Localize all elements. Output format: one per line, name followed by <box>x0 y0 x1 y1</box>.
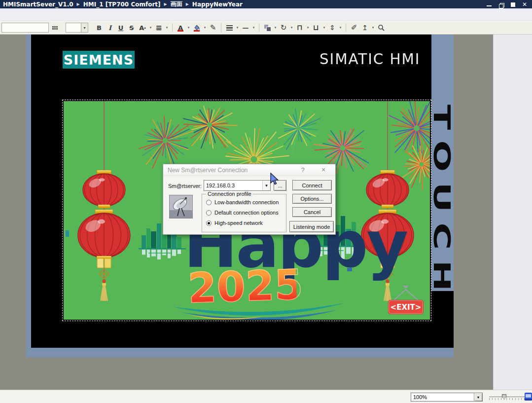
strikethrough-button[interactable]: S <box>127 23 137 33</box>
font-color-swatch <box>177 30 183 32</box>
help-icon[interactable]: ? <box>299 166 307 174</box>
siemens-logo: SIEMENS <box>63 51 135 69</box>
rotate-dropdown[interactable]: ▾ <box>289 23 294 33</box>
editor-workarea: SIEMENS SIMATIC HMI TOUCH <box>0 35 532 390</box>
brush-icon: ✐ <box>351 23 357 32</box>
chevron-down-icon[interactable]: ▼ <box>81 23 88 32</box>
chevron-down-icon[interactable]: ▼ <box>262 181 270 190</box>
layer-order-dropdown[interactable]: ▾ <box>371 23 375 33</box>
border-weight-dropdown[interactable]: ▾ <box>235 23 240 33</box>
underline-button[interactable]: U <box>116 23 126 33</box>
window-controls: ✕ <box>486 1 529 7</box>
rotate-object-button[interactable]: ↻ <box>279 23 288 33</box>
layer-order-button[interactable]: ↥ <box>360 23 370 33</box>
options-button[interactable]: Options... <box>292 194 332 204</box>
restore-icon[interactable] <box>497 1 504 7</box>
distribute-dropdown[interactable]: ▾ <box>322 23 326 33</box>
radio-icon[interactable] <box>206 220 212 226</box>
font-grow-dropdown[interactable]: ▾ <box>148 23 153 33</box>
exit-hanger <box>392 286 420 302</box>
exit-button[interactable]: <EXIT> <box>389 300 423 314</box>
radio-icon[interactable] <box>206 200 212 205</box>
font-family-combo[interactable] <box>1 23 49 33</box>
zoom-area-button[interactable] <box>376 23 386 33</box>
format-painter-button[interactable]: ✐ <box>349 23 359 33</box>
distribute-button[interactable]: ⊔ <box>311 23 321 33</box>
slider-track <box>489 397 525 397</box>
radio-high-speed[interactable]: High-speed network <box>206 220 263 226</box>
pencil-icon: ✎ <box>210 23 216 32</box>
slider-ticks <box>489 398 525 401</box>
radio-low-bandwidth[interactable]: Low-bandwidth connection <box>206 199 279 205</box>
zoom-level-combo[interactable]: 100% ▼ <box>411 393 483 402</box>
touch-label: TOUCH <box>432 105 452 291</box>
zoom-slider[interactable] <box>489 393 525 401</box>
close-icon[interactable]: ✕ <box>521 1 528 7</box>
font-size-combo[interactable]: ▼ <box>66 23 88 33</box>
dialog-titlebar[interactable]: New Sm@rtserver Connection <box>163 164 335 176</box>
dash-icon: — <box>243 24 249 32</box>
alignment-button[interactable]: ≡ <box>154 23 164 33</box>
format-toolbar: ▼ B I U S A▴ ▾ ≡ ▾ A ▾ ▾ ✎ ▾ — ▾ ▾ ↻ ▾ ⊓… <box>0 21 532 35</box>
arrange-dropdown[interactable]: ▾ <box>273 23 278 33</box>
listening-mode-button[interactable]: Listening mode <box>289 221 334 232</box>
match-size-dropdown[interactable]: ▾ <box>338 23 343 33</box>
group-title: Connection profile <box>206 191 253 197</box>
fit-to-screen-icon[interactable] <box>525 393 532 401</box>
font-color-button[interactable]: A <box>176 23 185 33</box>
pen-style-button[interactable]: ✎ <box>208 23 218 33</box>
resize-icon: ⇕ <box>329 24 335 32</box>
distribute-icon: ⊔ <box>313 23 319 32</box>
fill-color-dropdown[interactable]: ▾ <box>203 23 207 33</box>
arrange-objects-button[interactable] <box>262 23 272 33</box>
connect-button[interactable]: Connect <box>292 180 332 190</box>
symbol-list-button[interactable] <box>50 23 60 33</box>
magnifier-icon <box>378 24 385 31</box>
minimize-icon[interactable] <box>486 1 493 7</box>
match-size-button[interactable]: ⇕ <box>327 23 337 33</box>
simatic-hmi-label: SIMATIC HMI <box>319 50 427 68</box>
line-style-dropdown[interactable]: ▾ <box>251 23 256 33</box>
font-size-grow-button[interactable]: A▴ <box>138 23 147 33</box>
connection-profile-group: Connection profile Low-bandwidth connect… <box>202 194 286 232</box>
server-address-combo[interactable]: 192.168.0.3 ▼ <box>204 180 271 191</box>
window-titlebar: HMISmartSever_V1.0 ▶ HMI_1 [TP700 Comfor… <box>0 0 532 8</box>
radio-default-options[interactable]: Default connection options <box>206 210 279 216</box>
mouse-cursor <box>270 173 281 185</box>
align-top-dropdown[interactable]: ▾ <box>306 23 310 33</box>
line-style-button[interactable]: — <box>241 23 250 33</box>
border-weight-button[interactable] <box>224 23 234 33</box>
lantern-column <box>78 101 130 301</box>
touch-side-strip: TOUCH <box>431 35 454 291</box>
alignment-dropdown[interactable]: ▾ <box>165 23 169 33</box>
overlap-squares-icon <box>264 25 271 31</box>
smartserver-dialog: New Sm@rtserver Connection ? × Sm@rtserv… <box>163 164 336 235</box>
fill-color-swatch <box>194 30 200 32</box>
menu-strip <box>0 8 532 21</box>
breadcrumb-project[interactable]: HMISmartSever_V1.0 <box>3 1 73 8</box>
breadcrumb-arrow-icon: ▶ <box>164 2 167 6</box>
layer-up-icon: ↥ <box>362 24 368 32</box>
rotate-icon: ↻ <box>281 23 287 32</box>
italic-button[interactable]: I <box>105 23 115 33</box>
radio-icon[interactable] <box>206 210 212 216</box>
close-icon[interactable]: × <box>319 166 327 174</box>
fill-color-button[interactable] <box>192 23 202 33</box>
scrollbar-gutter[interactable] <box>493 35 532 390</box>
server-field-label: Sm@rtserver: <box>168 183 202 189</box>
cancel-button[interactable]: Cancel <box>292 207 332 217</box>
breadcrumb-screen[interactable]: HappyNewYear <box>192 1 243 8</box>
align-top-button[interactable]: ⊓ <box>295 23 305 33</box>
chevron-down-icon[interactable]: ▼ <box>474 393 482 401</box>
statusbar: 100% ▼ <box>0 390 532 403</box>
breadcrumb-screens-folder[interactable]: 画面 <box>171 0 182 8</box>
breadcrumb-device[interactable]: HMI_1 [TP700 Comfort] <box>83 1 161 8</box>
breadcrumb-arrow-icon: ▶ <box>186 2 189 6</box>
zoom-level-value: 100% <box>411 394 474 400</box>
bold-button[interactable]: B <box>94 23 104 33</box>
line-weight-icon <box>226 25 233 31</box>
maximize-icon[interactable] <box>509 1 516 7</box>
align-top-icon: ⊓ <box>297 23 303 32</box>
font-color-dropdown[interactable]: ▾ <box>186 23 191 33</box>
server-address-value: 192.168.0.3 <box>204 183 262 188</box>
